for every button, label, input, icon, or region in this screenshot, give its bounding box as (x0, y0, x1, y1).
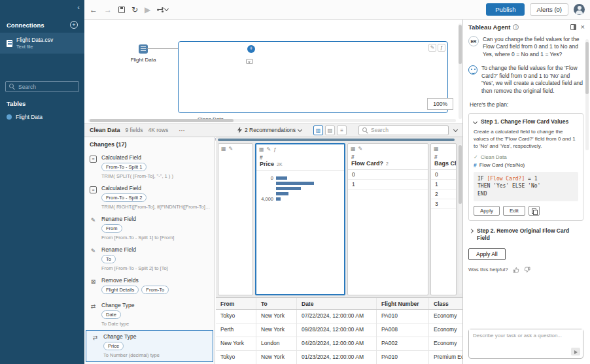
flow-node-flight-data[interactable]: Flight Data (122, 44, 164, 63)
step-1-header[interactable]: Step 1. Change Flow Card Values (474, 118, 578, 125)
calc-icon[interactable]: ƒ (273, 146, 276, 153)
flow-canvas[interactable]: Flight Data ✎ ƒ Clean Data Create a clea… (84, 20, 462, 123)
column-header[interactable]: From (216, 298, 256, 309)
field-name[interactable]: Flow Card? (351, 160, 383, 167)
plan-step-2-header[interactable]: Step 2. Remove Original Flow Card Field (468, 226, 583, 247)
clean-node-selected-box[interactable]: ✎ ƒ (178, 41, 448, 113)
dock-panel-icon[interactable] (570, 24, 576, 30)
profile-card-price[interactable]: ▦ ✎ ƒ # Price 2K 0 (255, 143, 345, 295)
collapse-pane-icon[interactable] (453, 127, 458, 131)
flow-options[interactable] (157, 7, 168, 13)
field-name[interactable]: Bags Checked (434, 160, 457, 167)
value-row[interactable]: 0 (348, 170, 428, 180)
field-pill[interactable]: Date (101, 310, 121, 319)
histogram-bar[interactable] (276, 187, 301, 190)
profile-vertical-scrollbar[interactable] (459, 144, 462, 294)
table-row[interactable]: New York London 04/20/2024, 12:00:00 AM … (216, 337, 462, 351)
table-item-flight-data[interactable]: Flight Data (0, 111, 84, 123)
field-name[interactable]: Price (260, 161, 274, 167)
column-header[interactable]: To (256, 298, 297, 309)
edit-button[interactable]: Edit (503, 206, 525, 216)
copy-icon[interactable] (529, 206, 540, 216)
value-row[interactable]: 3 (431, 199, 456, 209)
undo-back-icon[interactable]: ← (90, 5, 97, 14)
field-pill[interactable]: From-To - Split 1 (101, 163, 147, 171)
number-type-icon[interactable]: # (348, 153, 428, 160)
alerts-button[interactable]: Alerts (0) (530, 3, 568, 16)
value-row[interactable]: 1 (431, 180, 456, 190)
histogram-bar[interactable] (276, 182, 314, 185)
value-row[interactable]: 2 (431, 190, 456, 199)
value-row[interactable]: 1 (348, 180, 428, 190)
refresh-icon[interactable]: ↻ (131, 5, 138, 14)
annotation-bubble-icon[interactable] (246, 59, 253, 64)
number-type-icon[interactable]: # (256, 154, 344, 161)
column-header[interactable]: Class (429, 298, 462, 309)
grid-icon[interactable]: ▦ (434, 146, 439, 152)
field-pill[interactable]: From (101, 224, 122, 233)
grid-icon[interactable]: ▦ (259, 146, 264, 153)
column-header[interactable]: Date (297, 298, 377, 309)
user-avatar[interactable] (574, 4, 585, 15)
add-step-icon[interactable]: + (247, 45, 255, 53)
agent-input-textarea[interactable] (469, 329, 583, 348)
profile-card-bags-checked[interactable]: ▦ # Bags Checked 0 1 2 3 (430, 143, 457, 295)
price-histogram[interactable]: 0 4,000 (256, 171, 344, 202)
profile-view-toggle[interactable]: ▥ (313, 125, 323, 135)
field-pill[interactable]: From-To (141, 286, 169, 294)
field-pill[interactable]: Flight Details (101, 286, 139, 294)
collapse-sidebar-icon[interactable]: ‹ (77, 3, 80, 11)
table-row[interactable]: Tokyo New York 07/22/2024, 12:00:00 AM P… (216, 310, 462, 323)
canvas-horizontal-scrollbar[interactable] (88, 119, 456, 122)
profile-horizontal-scrollbar[interactable] (218, 139, 455, 141)
column-header[interactable]: Flight Number (377, 298, 429, 309)
histogram-bar[interactable] (276, 192, 288, 195)
profile-card-partial[interactable]: ▦ ✎ (218, 143, 253, 295)
grid-icon[interactable]: ▦ (351, 146, 356, 152)
number-type-icon[interactable]: # (431, 153, 456, 160)
connection-item-flight-data[interactable]: Flight Data.csv Text file (0, 33, 84, 54)
change-item-remove-fields[interactable]: ⊠ Remove Fields Flight Details From-To (84, 274, 215, 299)
table-row[interactable]: Perth New York 09/28/2024, 12:00:00 AM P… (216, 323, 462, 337)
more-options-icon[interactable]: ⋯ (179, 127, 186, 134)
change-item-calculated-1[interactable]: = Calculated Field From-To - Split 1 TRI… (84, 152, 215, 182)
table-row[interactable]: Tokyo New York 01/23/2024, 12:00:00 AM P… (216, 351, 462, 364)
field-pill[interactable]: From-To - Split 2 (101, 193, 147, 202)
change-item-rename-1[interactable]: ✎ Rename Field From From [From-To - Spli… (84, 213, 215, 244)
pencil-icon[interactable]: ✎ (358, 146, 363, 152)
pencil-icon[interactable]: ✎ (229, 146, 234, 152)
save-icon[interactable] (118, 7, 125, 13)
thumbs-up-icon[interactable] (513, 267, 519, 273)
list-view-toggle[interactable]: ≡ (337, 125, 347, 135)
agent-input-box[interactable] (468, 329, 583, 359)
data-grid-view-toggle[interactable]: ▤ (325, 125, 335, 135)
profile-search-input[interactable] (371, 127, 436, 133)
histogram-bar[interactable] (276, 197, 281, 201)
change-item-change-type-date[interactable]: ⇄ Change Type Date To Date type (84, 299, 215, 330)
info-icon[interactable]: i (513, 24, 519, 30)
add-connection-icon[interactable]: + (70, 21, 78, 29)
send-icon[interactable] (571, 348, 580, 356)
field-pill[interactable]: Price (103, 342, 124, 350)
sidebar-search[interactable] (5, 81, 79, 92)
agent-vertical-scrollbar[interactable] (585, 39, 589, 150)
redo-forward-icon[interactable]: → (104, 5, 112, 14)
value-row[interactable]: 0 (431, 170, 456, 180)
histogram-bar[interactable] (276, 176, 287, 180)
pencil-icon[interactable]: ✎ (267, 146, 271, 153)
grid-icon[interactable]: ▦ (221, 146, 226, 152)
profile-card-flow-card[interactable]: ▦ ✎ # Flow Card? 2 0 1 (347, 143, 428, 295)
change-item-rename-2[interactable]: ✎ Rename Field To From [From-To - Split … (84, 244, 215, 274)
sidebar-search-input[interactable] (18, 84, 74, 90)
thumbs-down-icon[interactable] (524, 267, 530, 273)
canvas-vertical-scrollbar[interactable] (459, 24, 462, 119)
publish-button[interactable]: Publish (486, 3, 525, 16)
close-icon[interactable]: × (581, 24, 585, 30)
change-item-calculated-2[interactable]: = Calculated Field From-To - Split 2 TRI… (84, 182, 215, 213)
profile-search[interactable] (358, 125, 449, 135)
apply-button[interactable]: Apply (474, 206, 500, 216)
field-pill[interactable]: To (101, 255, 116, 263)
change-item-change-type-price[interactable]: ⇄ Change Type Price To Number (decimal) … (86, 330, 213, 362)
run-flow-icon[interactable]: ▶ (145, 5, 150, 14)
apply-all-button[interactable]: Apply All (468, 248, 506, 260)
